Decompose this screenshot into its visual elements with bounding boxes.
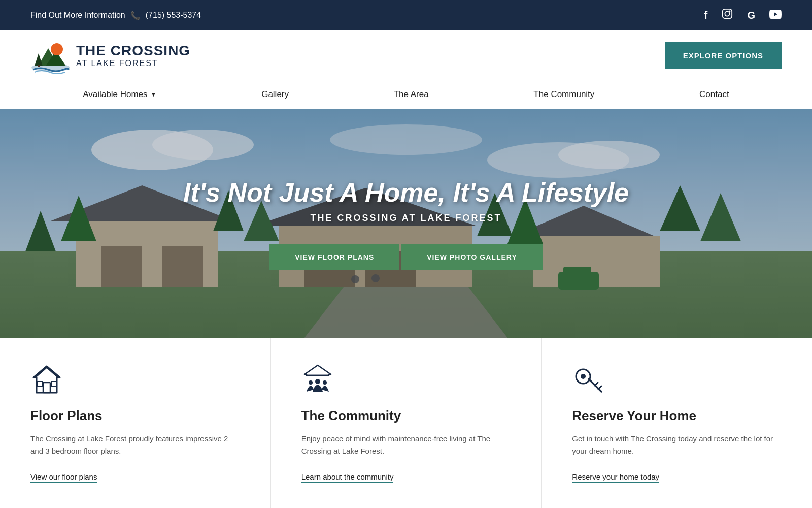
- reserve-desc: Get in touch with The Crossing today and…: [572, 433, 782, 457]
- logo-icon: [30, 38, 71, 74]
- navigation: Available Homes ▼ Gallery The Area The C…: [0, 81, 812, 109]
- hero-section: It's Not Just A Home, It's A Lifestyle T…: [0, 109, 812, 338]
- view-photo-gallery-button[interactable]: VIEW PHOTO GALLERY: [401, 244, 542, 270]
- header: THE CROSSING AT LAKE FOREST EXPLORE OPTI…: [0, 30, 812, 81]
- hero-content: It's Not Just A Home, It's A Lifestyle T…: [183, 177, 629, 270]
- nav-the-community[interactable]: The Community: [533, 81, 594, 109]
- nav-contact[interactable]: Contact: [699, 81, 729, 109]
- cta-text: Find Out More Information: [30, 11, 125, 20]
- svg-point-51: [581, 374, 586, 379]
- google-icon[interactable]: G: [747, 10, 755, 21]
- community-card: The Community Enjoy peace of mind with m…: [271, 338, 542, 508]
- logo-text: THE CROSSING AT LAKE FOREST: [76, 43, 190, 68]
- logo[interactable]: THE CROSSING AT LAKE FOREST: [30, 38, 190, 74]
- logo-title: THE CROSSING: [76, 43, 190, 59]
- floor-plans-desc: The Crossing at Lake Forest proudly feat…: [30, 433, 240, 457]
- svg-rect-0: [723, 9, 732, 18]
- nav-gallery[interactable]: Gallery: [261, 81, 289, 109]
- hero-title: It's Not Just A Home, It's A Lifestyle: [183, 177, 629, 208]
- top-bar-contact: Find Out More Information 📞 (715) 553-53…: [30, 11, 201, 20]
- nav-the-area[interactable]: The Area: [394, 81, 429, 109]
- svg-rect-40: [43, 383, 50, 393]
- view-floor-plans-button[interactable]: VIEW FLOOR PLANS: [269, 244, 399, 270]
- floor-plans-title: Floor Plans: [30, 408, 240, 424]
- svg-point-7: [51, 43, 63, 55]
- svg-marker-8: [35, 53, 43, 66]
- svg-point-46: [323, 380, 327, 385]
- logo-subtitle: AT LAKE FOREST: [76, 59, 190, 68]
- svg-rect-9: [38, 65, 40, 67]
- phone-number[interactable]: (715) 553-5374: [146, 11, 201, 20]
- youtube-icon[interactable]: [769, 10, 782, 21]
- svg-point-45: [309, 380, 313, 385]
- reserve-title: Reserve Your Home: [572, 408, 782, 424]
- phone-icon: 📞: [130, 11, 141, 20]
- chevron-down-icon: ▼: [151, 91, 157, 98]
- nav-available-homes[interactable]: Available Homes ▼: [83, 81, 156, 109]
- key-icon: [572, 363, 604, 396]
- social-links: f G: [704, 8, 782, 22]
- reserve-card: Reserve Your Home Get in touch with The …: [542, 338, 812, 508]
- svg-line-50: [598, 386, 601, 389]
- cards-section: Floor Plans The Crossing at Lake Forest …: [0, 338, 812, 508]
- floor-plans-card: Floor Plans The Crossing at Lake Forest …: [0, 338, 271, 508]
- facebook-icon[interactable]: f: [704, 9, 707, 22]
- svg-point-2: [729, 11, 731, 12]
- top-bar: Find Out More Information 📞 (715) 553-53…: [0, 0, 812, 30]
- svg-point-1: [725, 11, 730, 16]
- instagram-icon[interactable]: [722, 8, 733, 22]
- svg-rect-41: [37, 382, 42, 387]
- hero-buttons: VIEW FLOOR PLANS VIEW PHOTO GALLERY: [183, 244, 629, 270]
- floor-plans-link[interactable]: View our floor plans: [30, 472, 97, 483]
- community-icon: [301, 363, 334, 396]
- svg-point-44: [315, 379, 320, 384]
- reserve-link[interactable]: Reserve your home today: [572, 472, 659, 483]
- community-title: The Community: [301, 408, 511, 424]
- community-desc: Enjoy peace of mind with maintenance-fre…: [301, 433, 511, 457]
- svg-line-49: [595, 383, 598, 386]
- house-icon: [30, 363, 63, 396]
- explore-options-button[interactable]: EXPLORE OPTIONS: [665, 42, 782, 69]
- hero-subtitle: THE CROSSING AT LAKE FOREST: [183, 213, 629, 224]
- community-link[interactable]: Learn about the community: [301, 472, 394, 483]
- svg-rect-42: [51, 382, 56, 387]
